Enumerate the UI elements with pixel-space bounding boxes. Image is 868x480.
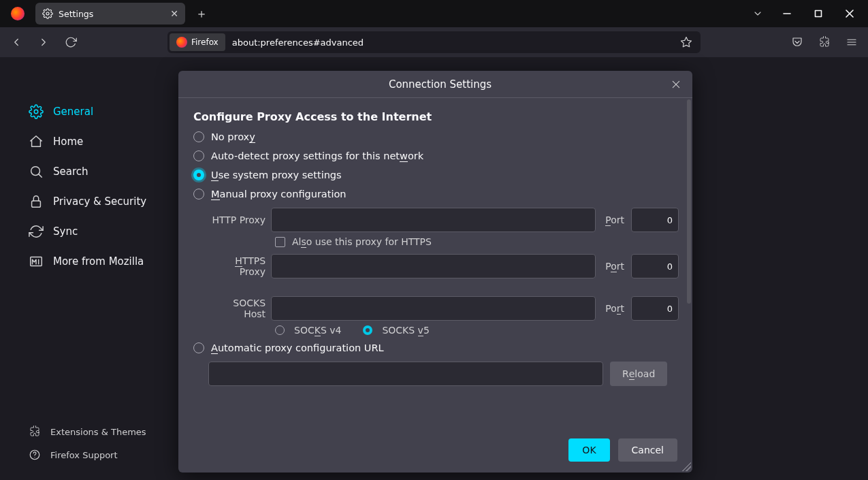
help-icon (29, 449, 41, 461)
gear-icon (29, 104, 44, 119)
puzzle-icon (29, 426, 41, 438)
tab-settings[interactable]: Settings ✕ (35, 3, 185, 25)
sidebar-item-search[interactable]: Search (0, 157, 177, 187)
minimize-button[interactable] (771, 0, 803, 27)
svg-line-11 (39, 174, 42, 177)
pac-reload-button[interactable]: Reload (610, 362, 667, 386)
sidebar-item-label: Privacy & Security (53, 195, 146, 208)
http-proxy-label: HTTP Proxy (208, 214, 266, 225)
socks-port-label: Port (605, 303, 624, 314)
identity-label: Firefox (191, 37, 219, 47)
checkbox-label: Also use this proxy for HTTPS (292, 236, 432, 247)
sidebar-item-label: Home (53, 135, 83, 148)
ok-button[interactable]: OK (568, 438, 609, 462)
radio-auto-detect[interactable]: Auto-detect proxy settings for this netw… (193, 150, 679, 161)
radio-label: Automatic proxy configuration URL (211, 342, 384, 353)
new-tab-button[interactable]: ＋ (191, 3, 212, 25)
url-text: about:preferences#advanced (232, 37, 364, 48)
identity-box[interactable]: Firefox (170, 33, 225, 51)
nav-toolbar: Firefox about:preferences#advanced (0, 27, 868, 57)
sidebar-footer-support[interactable]: Firefox Support (0, 443, 177, 466)
sidebar-item-home[interactable]: Home (0, 127, 177, 157)
preferences-sidebar: General Home Search Privacy & Security S… (0, 57, 177, 480)
cancel-button[interactable]: Cancel (618, 438, 677, 462)
radio-label: Manual proxy configuration (211, 189, 347, 199)
reload-button[interactable] (59, 31, 83, 53)
gear-icon (42, 8, 53, 19)
search-icon (29, 164, 44, 179)
sidebar-item-label: More from Mozilla (53, 255, 144, 268)
svg-rect-12 (32, 201, 41, 207)
scrollbar[interactable] (687, 99, 691, 304)
app-menu-button[interactable] (839, 31, 864, 53)
url-bar[interactable]: Firefox about:preferences#advanced (167, 31, 701, 53)
sidebar-item-general[interactable]: General (0, 97, 177, 127)
socks-host-label: SOCKS Host (208, 298, 266, 319)
firefox-menu-button[interactable] (3, 0, 33, 27)
radio-pac-url[interactable]: Automatic proxy configuration URL (193, 342, 679, 353)
dialog-heading: Configure Proxy Access to the Internet (193, 110, 679, 123)
sidebar-footer-extensions[interactable]: Extensions & Themes (0, 420, 177, 443)
svg-point-0 (46, 12, 49, 15)
https-proxy-label: HTTPS Proxy (208, 255, 266, 277)
pocket-button[interactable] (785, 31, 809, 53)
radio-icon (193, 189, 204, 199)
list-all-tabs-button[interactable] (744, 8, 771, 19)
svg-marker-5 (681, 37, 692, 47)
firefox-icon (11, 7, 25, 20)
dialog-title: Connection Settings (214, 78, 666, 91)
dialog-close-button[interactable] (666, 75, 686, 94)
sidebar-item-privacy[interactable]: Privacy & Security (0, 187, 177, 217)
https-port-input[interactable] (631, 254, 679, 278)
radio-icon (193, 342, 204, 353)
connection-settings-dialog: Connection Settings Configure Proxy Acce… (178, 71, 692, 473)
http-port-input[interactable] (631, 208, 679, 232)
sidebar-item-sync[interactable]: Sync (0, 217, 177, 246)
radio-label: No proxy (211, 131, 255, 142)
mozilla-icon (29, 254, 44, 269)
close-window-button[interactable] (834, 0, 865, 27)
radio-system-proxy[interactable]: Use system proxy settings (193, 170, 679, 180)
dialog-footer: OK Cancel (178, 432, 692, 473)
pac-url-input[interactable] (208, 362, 603, 386)
radio-icon (193, 150, 204, 161)
http-proxy-input[interactable] (271, 208, 596, 232)
lock-icon (29, 194, 44, 209)
https-proxy-input[interactable] (271, 254, 596, 278)
sidebar-item-label: General (53, 106, 93, 118)
extensions-button[interactable] (812, 31, 837, 53)
sync-icon (29, 224, 44, 239)
bookmark-star-icon[interactable] (676, 32, 696, 52)
radio-socks5[interactable] (363, 325, 372, 335)
svg-point-10 (31, 167, 40, 176)
svg-rect-2 (816, 11, 822, 17)
radio-label: Use system proxy settings (211, 170, 342, 180)
firefox-icon (176, 37, 187, 48)
radio-icon (193, 131, 204, 142)
radio-socks4[interactable] (275, 325, 285, 335)
also-use-https-checkbox[interactable]: Also use this proxy for HTTPS (275, 236, 679, 247)
radio-manual-proxy[interactable]: Manual proxy configuration (193, 189, 679, 199)
checkbox-icon (275, 237, 285, 247)
window-controls (771, 0, 865, 27)
back-button[interactable] (4, 31, 29, 53)
forward-button[interactable] (31, 31, 56, 53)
sidebar-item-label: Sync (53, 225, 78, 238)
socks4-label: SOCKS v4 (294, 325, 341, 336)
http-port-label: Port (605, 214, 624, 225)
resize-grip[interactable] (681, 462, 691, 471)
radio-no-proxy[interactable]: No proxy (193, 131, 679, 142)
radio-icon (193, 170, 204, 180)
socks-port-input[interactable] (631, 296, 679, 321)
maximize-button[interactable] (803, 0, 834, 27)
socks5-label: SOCKS v5 (382, 325, 429, 336)
close-tab-icon[interactable]: ✕ (170, 8, 178, 19)
svg-point-9 (34, 110, 38, 114)
title-bar: Settings ✕ ＋ (0, 0, 868, 27)
tab-title: Settings (59, 9, 165, 19)
dialog-body: Configure Proxy Access to the Internet N… (178, 98, 692, 432)
socks-host-input[interactable] (271, 296, 596, 321)
sidebar-item-more-mozilla[interactable]: More from Mozilla (0, 246, 177, 276)
sidebar-item-label: Search (53, 165, 89, 178)
sidebar-footer-label: Firefox Support (50, 450, 118, 460)
